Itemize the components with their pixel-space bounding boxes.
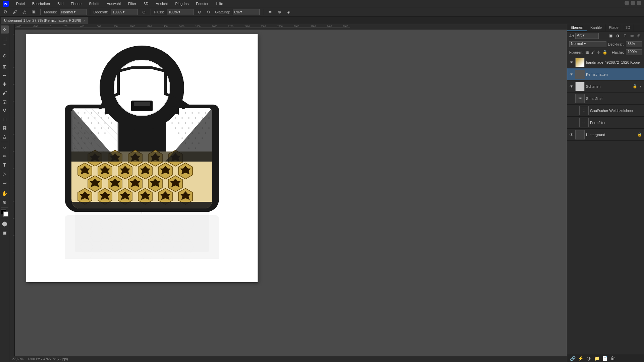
menu-fenster[interactable]: Fenster [195,1,210,6]
menu-3d[interactable]: 3D [142,1,150,6]
quick-select-tool[interactable]: ⊙ [1,52,9,60]
layer-item-smartfilter[interactable]: SF Smartfilter [567,93,644,105]
path-select-tool[interactable]: ▷ [1,170,9,178]
close-button[interactable] [637,1,641,5]
shape-tool[interactable]: ▭ [1,178,9,186]
svg-text:600: 600 [97,25,101,27]
gradient-tool[interactable]: ▦ [1,124,9,132]
brush-hardness-icon[interactable]: ▣ [30,9,37,15]
flux-icon[interactable]: ⊙ [196,9,203,15]
svg-point-90 [108,117,109,119]
hand-tool[interactable]: ✋ [1,189,9,197]
tab-kanaele[interactable]: Kanäle [587,24,605,31]
symmetry-icon[interactable]: ⊕ [276,9,283,15]
background-color[interactable] [3,212,8,217]
menu-schrift[interactable]: Schrift [88,1,101,6]
expand-icon-schatten[interactable]: ▾ [639,84,642,88]
flux-dropdown[interactable]: 100%▾ [167,9,194,15]
smoothing-icon[interactable]: ⚙ [206,9,212,15]
filter-pixel-icon[interactable]: ▣ [608,33,614,39]
filter-smart-icon[interactable]: ◎ [636,33,642,39]
menu-hilfe[interactable]: Hilfe [214,1,224,6]
new-group-button[interactable]: 📁 [593,355,600,362]
svg-rect-0 [9,24,15,265]
menu-bearbeiten[interactable]: Bearbeiten [31,1,51,6]
eye-icon-hintergrund[interactable]: 👁 [569,132,574,137]
brush-tool[interactable]: 🖌 [1,89,9,97]
layer-item-formfilter[interactable]: ▭ Formfilter [567,117,644,129]
add-mask-button[interactable]: ◑ [585,355,592,362]
layer-item-kernschatten[interactable]: 👁 Kernschatten [567,68,644,80]
color-box[interactable] [1,209,8,217]
sep2 [1,142,8,142]
brush-size-icon[interactable]: ◎ [21,9,28,15]
tab-3d[interactable]: 3D [622,24,634,31]
menu-filter[interactable]: Filter [127,1,138,6]
filter-type-icon[interactable]: T [622,33,628,39]
lock-all-icon[interactable]: 🔒 [602,50,607,55]
zoom-tool[interactable]: ⊕ [1,198,9,206]
filter-adj-icon[interactable]: ◑ [615,33,621,39]
add-style-button[interactable]: ⚡ [577,355,584,362]
lasso-tool[interactable]: ⌒ [1,43,9,51]
fill-input[interactable]: 100% [626,49,642,55]
layer-item-gaussian[interactable]: ◌ Gaußscher Weichzeichner [567,105,644,117]
layer-item-schatten[interactable]: 👁 Schatten 🔒 ▾ [567,80,644,93]
bag-svg [48,38,236,259]
maximize-button[interactable] [631,1,635,5]
svg-point-108 [104,132,106,134]
pen-tool[interactable]: ✏ [1,152,9,160]
tab-pfade[interactable]: Pfade [605,24,622,31]
filter-dropdown[interactable]: Art ▾ [575,33,599,39]
layer-name-copy: handmade-4926872_1920 Kopie [586,60,642,64]
menu-ebene[interactable]: Ebene [69,1,83,6]
sep3 [1,188,8,188]
menu-ansicht[interactable]: Ansicht [154,1,169,6]
minimize-button[interactable] [625,1,629,5]
menu-datei[interactable]: Datei [15,1,26,6]
airbrush-icon[interactable]: ✱ [267,9,273,15]
layer-item-copy[interactable]: 👁 handmade-4926872_1920 Kopie [567,56,644,68]
selection-tool[interactable]: ⬚ [1,34,9,42]
dither-dropdown[interactable]: 100%▾ [111,9,138,15]
delete-layer-button[interactable]: 🗑 [609,355,616,362]
brush-tool-icon[interactable]: ⚙ [2,9,9,15]
filter-shape-icon[interactable]: ▭ [629,33,635,39]
move-tool[interactable]: ✛ [1,25,9,34]
menu-plugins[interactable]: Plug-ins [174,1,190,6]
tab-close-button[interactable]: × [83,19,85,22]
mode-dropdown[interactable]: Normal▾ [60,9,87,15]
eraser-tool[interactable]: ◻ [1,115,9,123]
stamp-tool[interactable]: ◱ [1,98,9,106]
menu-bild[interactable]: Bild [56,1,65,6]
history-brush-tool[interactable]: ↺ [1,106,9,114]
link-layers-button[interactable]: 🔗 [569,355,576,362]
eye-icon-copy[interactable]: 👁 [569,60,574,65]
opacity-input[interactable]: 88% [626,41,642,47]
document-tab[interactable]: Unbenannt-1 bei 27,7% (Kernschatten, RGB… [1,17,88,24]
blending-mode-dropdown[interactable]: Normal ▾ [569,41,606,47]
lock-position-icon[interactable]: ✛ [597,50,600,55]
eye-icon-schatten[interactable]: 👁 [569,84,574,89]
eye-icon-kernschatten[interactable]: 👁 [569,72,574,77]
tab-ebenen[interactable]: Ebenen [567,24,587,31]
layer-item-hintergrund[interactable]: 👁 Hintergrund 🔒 [567,129,644,141]
lock-transparency-icon[interactable]: ▦ [585,50,589,55]
brush-icon[interactable]: 🖌 [11,9,18,15]
pressure-icon[interactable]: ◈ [285,9,292,15]
menu-auswahl[interactable]: Auswahl [105,1,122,6]
smooth-dropdown[interactable]: 0%▾ [233,9,260,15]
dither-label: Deckraft: [94,10,108,14]
opacity-label: Deckkraft: [608,42,625,46]
text-tool[interactable]: T [1,161,9,169]
crop-tool[interactable]: ⊞ [1,63,9,71]
screen-mode-tool[interactable]: ▣ [1,228,9,236]
new-layer-button[interactable]: 📄 [601,355,608,362]
blur-tool[interactable]: △ [1,132,9,140]
dodge-tool[interactable]: ○ [1,143,9,152]
dither-icon[interactable]: ⊙ [141,9,147,15]
lock-paint-icon[interactable]: 🖌 [591,50,595,55]
quick-mask-tool[interactable]: ⬤ [1,220,9,228]
heal-tool[interactable]: ✚ [1,80,9,88]
eyedropper-tool[interactable]: ✒ [1,71,9,79]
